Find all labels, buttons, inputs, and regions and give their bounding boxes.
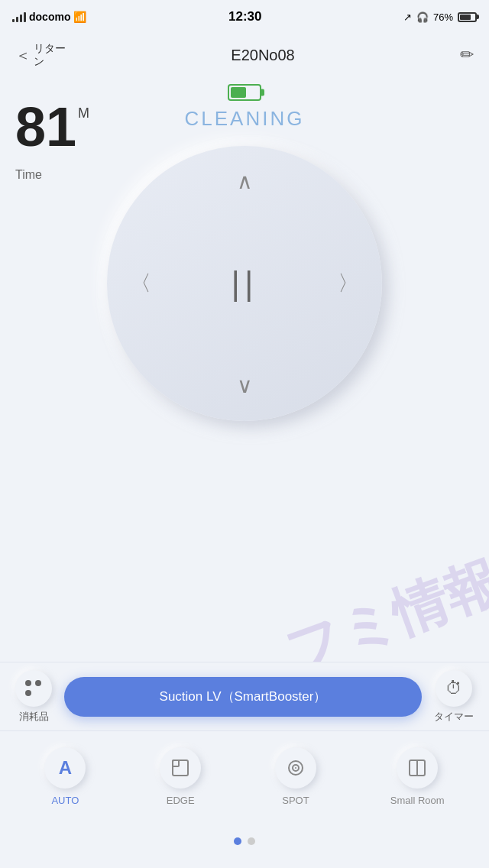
status-right: ↗ 🎧 76% <box>403 11 477 23</box>
battery-icon <box>458 12 477 22</box>
carrier-label: docomo <box>29 11 70 23</box>
svg-rect-0 <box>173 760 188 776</box>
device-title: E20No08 <box>231 47 294 64</box>
headphone-icon: 🎧 <box>416 11 429 23</box>
chevron-down-icon <box>237 374 253 397</box>
suction-button[interactable]: Suction LV（SmartBooster） <box>64 677 422 717</box>
small-room-label: Small Room <box>390 795 445 806</box>
timer-button[interactable]: ⏱ <box>436 670 472 707</box>
page-dots <box>234 837 255 845</box>
back-button[interactable]: ＜ リター ン <box>15 42 66 68</box>
pause-button[interactable]: || <box>232 264 258 303</box>
location-icon: ↗ <box>403 11 412 23</box>
status-time: 12:30 <box>228 9 261 24</box>
time-unit: M <box>78 105 89 121</box>
nav-bar: ＜ リター ン E20No08 ✏ <box>0 34 489 76</box>
dpad-right-button[interactable] <box>338 269 359 298</box>
consumables-section: 消耗品 <box>15 670 52 724</box>
back-arrow-icon: ＜ <box>15 45 31 66</box>
mode-edge[interactable]: EDGE <box>160 747 201 806</box>
svg-point-4 <box>295 767 296 769</box>
timer-section: ⏱ タイマー <box>434 670 474 724</box>
suction-label: Suction LV（SmartBooster） <box>160 688 327 705</box>
edit-icon[interactable]: ✏ <box>460 45 474 65</box>
dpad-down-button[interactable] <box>237 373 253 398</box>
time-label: Time <box>15 168 42 182</box>
chevron-right-icon <box>338 271 359 295</box>
mode-small-room[interactable]: Small Room <box>390 747 445 806</box>
spot-label: SPOT <box>282 795 309 806</box>
back-label: リター ン <box>34 42 66 68</box>
page-dot-2 <box>248 837 255 845</box>
time-number: 81 <box>15 99 76 154</box>
mode-selector: A AUTO EDGE SPOT Small Room <box>0 730 489 822</box>
edge-label: EDGE <box>167 795 195 806</box>
page-dot-1 <box>234 837 241 845</box>
chevron-up-icon <box>237 170 253 193</box>
status-left: docomo 📶 <box>12 11 86 23</box>
timer-icon: ⏱ <box>445 679 462 698</box>
dpad-container: || <box>15 146 474 421</box>
consumables-button[interactable] <box>15 670 52 707</box>
auto-icon: A <box>44 747 86 789</box>
time-display: 81 M <box>15 99 89 154</box>
bottom-toolbar: 消耗品 Suction LV（SmartBooster） ⏱ タイマー <box>0 662 489 730</box>
dpad-left-button[interactable] <box>130 269 151 298</box>
mode-auto[interactable]: A AUTO <box>44 747 86 806</box>
spot-icon <box>275 747 316 789</box>
dpad-circle: || <box>107 146 382 421</box>
status-bar: docomo 📶 12:30 ↗ 🎧 76% <box>0 0 489 34</box>
auto-label: AUTO <box>51 795 79 806</box>
wifi-icon: 📶 <box>73 11 86 23</box>
battery-percent: 76% <box>433 11 453 23</box>
small-room-icon <box>397 747 438 789</box>
timer-label: タイマー <box>434 710 474 724</box>
mode-spot[interactable]: SPOT <box>275 747 316 806</box>
cleaning-status: CLEANING <box>185 107 305 131</box>
edge-icon <box>160 747 201 789</box>
device-battery-icon <box>228 84 261 101</box>
dpad-up-button[interactable] <box>237 169 253 194</box>
signal-bars-icon <box>12 11 26 22</box>
consumables-label: 消耗品 <box>19 710 49 724</box>
consumables-icon <box>25 680 42 697</box>
chevron-left-icon <box>130 271 151 295</box>
